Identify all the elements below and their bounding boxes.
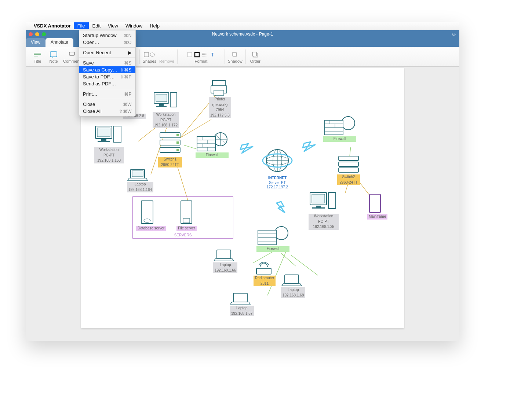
svg-rect-12: [233, 52, 236, 56]
menu-close[interactable]: Close⌘W: [79, 101, 135, 108]
svg-rect-50: [339, 168, 358, 172]
database-server-node: Database server: [136, 199, 166, 231]
svg-rect-22: [101, 139, 106, 141]
svg-rect-48: [339, 156, 358, 161]
menu-close-all[interactable]: Close All⇧⌘W: [79, 108, 135, 115]
svg-rect-18: [156, 106, 167, 107]
menu-view[interactable]: View: [104, 22, 122, 29]
svg-rect-9: [195, 52, 199, 57]
tool-order[interactable]: Order: [247, 50, 263, 63]
printer-node: Printer(network)7954192.172.5.8: [209, 79, 231, 118]
svg-rect-52: [312, 194, 325, 203]
tab-annotate[interactable]: Annotate: [45, 38, 73, 47]
menu-save-as-copy[interactable]: Save as Copy…⇧⌘S: [79, 66, 135, 73]
menu-print[interactable]: Print…⌘P: [79, 91, 135, 97]
svg-rect-23: [98, 141, 110, 142]
svg-point-57: [275, 226, 288, 240]
workstation-2: WorkstationPC-PT192.168.1.163: [94, 125, 124, 163]
laptop-1: Laptop192.168.1.164: [127, 168, 153, 192]
switch-1: Switch12960-24TT: [158, 131, 182, 167]
svg-rect-19: [170, 92, 177, 107]
file-menu-dropdown: Startup Window⌘N Open…⌘O Open Recent▶ Sa…: [79, 30, 136, 117]
laptop-4: Laptop192.168.1.68: [281, 273, 305, 298]
svg-rect-61: [285, 275, 299, 284]
svg-rect-55: [328, 192, 336, 209]
menu-send-as-pdf[interactable]: Send as PDF…: [79, 80, 135, 87]
firewall-left: Firewall: [196, 132, 229, 158]
svg-rect-56: [369, 194, 380, 213]
svg-rect-45: [183, 218, 190, 223]
internet-node: INTERNETServer-PT172.17.197.2: [261, 146, 294, 190]
router-node: Radiorouter2811: [254, 262, 276, 286]
menu-save[interactable]: Save⌘S: [79, 59, 135, 66]
lightning-icon: [301, 140, 320, 154]
menu-startup-window[interactable]: Startup Window⌘N: [79, 32, 135, 39]
svg-rect-32: [176, 149, 179, 151]
svg-rect-6: [144, 52, 149, 57]
laptop-3: Laptop192.168.1.67: [230, 292, 254, 316]
tool-title[interactable]: Title: [29, 50, 45, 63]
menu-open-recent[interactable]: Open Recent▶: [79, 49, 135, 56]
svg-rect-39: [212, 81, 225, 86]
svg-rect-54: [312, 207, 325, 209]
svg-text:T: T: [211, 52, 214, 58]
svg-point-7: [150, 53, 154, 56]
firewall-right: Firewall: [323, 116, 356, 142]
menu-file[interactable]: File: [74, 22, 89, 29]
tab-view[interactable]: View: [26, 38, 45, 47]
file-server-node: File server: [176, 199, 197, 231]
svg-rect-53: [316, 206, 321, 207]
laptop-2: Laptop192.168.1.66: [213, 248, 237, 273]
macos-menubar: VSDX Annotator File Edit View Window Hel…: [26, 22, 459, 30]
workstation-3: WorkstationPC-PT192.168.1.35: [309, 191, 339, 230]
app-window: VSDX Annotator File Edit View Window Hel…: [26, 22, 459, 341]
svg-rect-16: [156, 94, 167, 102]
menu-edit[interactable]: Edit: [89, 22, 104, 29]
svg-rect-21: [97, 128, 110, 137]
app-name[interactable]: VSDX Annotator: [34, 23, 71, 29]
lightning-icon: [274, 200, 288, 218]
svg-rect-26: [132, 171, 143, 177]
svg-rect-8: [187, 52, 192, 57]
svg-rect-49: [339, 162, 358, 166]
svg-point-46: [342, 117, 355, 130]
svg-rect-24: [114, 126, 121, 142]
svg-rect-0: [50, 52, 57, 57]
tool-format[interactable]: T Format: [179, 50, 223, 63]
svg-rect-62: [256, 268, 271, 274]
firewall-bottom: Firewall: [256, 226, 289, 252]
svg-rect-60: [233, 293, 247, 302]
tool-shadow[interactable]: Shadow: [226, 50, 244, 63]
switch-2: Switch22960-24TT: [337, 155, 360, 185]
tool-remove: Remove: [158, 50, 176, 63]
svg-rect-41: [214, 90, 224, 95]
svg-rect-14: [252, 52, 256, 56]
menu-save-to-pdf[interactable]: Save to PDF…⇧⌘P: [79, 73, 135, 80]
workstation-1: WorkstationPC-PT192.168.1.172: [153, 91, 179, 128]
menu-help[interactable]: Help: [146, 22, 163, 29]
svg-rect-1: [69, 52, 74, 55]
menu-window[interactable]: Window: [122, 22, 146, 29]
svg-rect-17: [159, 104, 164, 106]
svg-point-43: [144, 219, 150, 222]
svg-rect-59: [217, 250, 231, 259]
lightning-icon: [239, 141, 257, 156]
mainframe-node: Mainframe: [367, 193, 387, 220]
svg-rect-31: [176, 141, 179, 144]
svg-rect-30: [176, 134, 179, 136]
tool-note[interactable]: Note: [45, 50, 62, 63]
tool-shapes[interactable]: Shapes: [141, 50, 158, 63]
menu-open[interactable]: Open…⌘O: [79, 39, 135, 46]
